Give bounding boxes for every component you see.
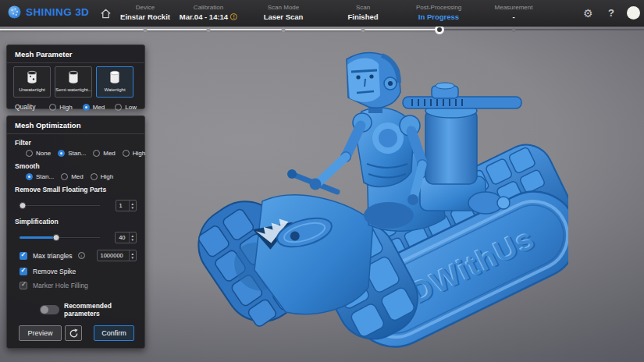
radio-circle [115, 104, 122, 111]
refresh-button[interactable] [65, 325, 82, 341]
remove-spike-checkbox[interactable] [20, 268, 27, 275]
card-semi-watertight[interactable]: Semi-watertight... [55, 66, 92, 98]
remove-spike-label: Remove Spike [33, 268, 76, 275]
model-3d: 3DWithUs 3DWithUs 3DWithUs [194, 37, 568, 359]
radio-label: Stan... [36, 173, 54, 180]
radio-quality-high[interactable]: High [49, 104, 72, 111]
radio-circle [26, 173, 33, 180]
brand-name: SHINING 3D [26, 6, 89, 18]
remove-small-floating-parts-spinner[interactable]: 1 ▲ ▼ [116, 200, 137, 211]
card-watertight[interactable]: Watertight [96, 66, 133, 98]
step-measurement[interactable]: Measurement - [495, 3, 533, 22]
remove-spike-row: Remove Spike [7, 263, 144, 277]
slider-knob[interactable] [52, 234, 59, 241]
step-device[interactable]: Device Einstar Rockit [120, 3, 170, 22]
spinner-value[interactable]: 40 [116, 232, 128, 243]
max-triangles-checkbox[interactable] [20, 252, 27, 260]
info-icon[interactable]: i [78, 252, 85, 259]
mesh-parameter-title: Mesh Parameter [7, 45, 144, 62]
filter-label: Filter [7, 134, 144, 148]
mesh-optimization-title: Mesh Optimization [7, 116, 144, 133]
radio-circle [26, 150, 33, 157]
step-scan-mode-value: Laser Scan [264, 12, 304, 22]
remove-small-floating-parts-slider[interactable] [20, 202, 101, 209]
panel-action-buttons: Preview Confirm [7, 325, 144, 341]
radio-smooth-med[interactable]: Med [61, 173, 84, 180]
radio-circle [93, 150, 100, 157]
top-navigation-bar: SHINING 3D Device Einstar Rockit Calibra… [0, 0, 644, 27]
quality-row: Quality High Med Low [7, 100, 144, 111]
step-scan-mode[interactable]: Scan Mode Laser Scan [264, 3, 304, 22]
radio-filter-none[interactable]: None [26, 150, 51, 157]
arrow-down-icon[interactable]: ▼ [131, 256, 134, 260]
question-mark-icon: ? [608, 7, 614, 19]
arrow-down-icon[interactable]: ▼ [131, 238, 134, 242]
smooth-options: Stan... Med High [7, 172, 144, 181]
cylinder-holes-icon [25, 69, 39, 86]
spinner-arrows[interactable]: ▲ ▼ [129, 232, 136, 243]
filter-options: None Stan... Med High [7, 148, 144, 158]
settings-button[interactable]: ⚙ [583, 6, 593, 20]
max-triangles-row: Max triangles i 1000000 ▲ ▼ [7, 245, 144, 263]
home-button[interactable] [98, 6, 112, 20]
radio-filter-high[interactable]: High [123, 150, 145, 157]
app-window: 3DWithUs 3DWithUs 3DWithUs [0, 0, 644, 362]
spinner-arrows[interactable]: ▲ ▼ [129, 201, 136, 211]
progress-dot-measurement [512, 28, 516, 32]
radio-label: High [101, 173, 113, 180]
arrow-down-icon[interactable]: ▼ [131, 206, 134, 210]
shining3d-globe-icon [8, 5, 21, 19]
card-unwatertight[interactable]: Unwatertight [13, 66, 51, 98]
radio-label: Med [103, 150, 116, 157]
progress-dot-scan-mode [282, 28, 286, 32]
simplification-spinner[interactable]: 40 ▲ ▼ [115, 232, 137, 243]
spinner-value[interactable]: 1 [116, 201, 129, 211]
radio-circle [91, 173, 98, 180]
recommended-parameters-toggle[interactable] [40, 305, 59, 314]
radio-label: High [133, 150, 145, 157]
slider-track [20, 204, 101, 207]
card-label: Unwatertight [19, 87, 45, 92]
refresh-icon [69, 328, 79, 339]
marker-hole-filling-row: Marker Hole Filling [7, 277, 144, 291]
progress-done-segment [0, 29, 439, 30]
scanned-model-graphic: 3DWithUs 3DWithUs 3DWithUs [194, 37, 568, 359]
radio-quality-low[interactable]: Low [115, 104, 137, 111]
step-calibration-label: Calibration [180, 3, 237, 12]
step-measurement-label: Measurement [495, 3, 533, 12]
radio-label: Med [71, 173, 84, 180]
brand-logo: SHINING 3D [8, 5, 89, 19]
spinner-value[interactable]: 1000000 [98, 250, 129, 261]
home-icon [100, 8, 112, 20]
mesh-type-options: Unwatertight Semi-watertight... Watertig… [7, 63, 144, 100]
simplification-label: Simplification [7, 213, 144, 227]
confirm-button[interactable]: Confirm [94, 325, 134, 341]
spinner-arrows[interactable]: ▲ ▼ [129, 250, 136, 261]
radio-label: Low [125, 104, 137, 111]
radio-circle [49, 104, 56, 111]
remove-small-floating-parts-row: 1 ▲ ▼ [7, 195, 144, 213]
cylinder-open-icon [66, 69, 80, 86]
account-avatar[interactable] [627, 6, 640, 20]
step-post-processing-label: Post-Processing [416, 3, 461, 12]
radio-label: None [36, 150, 51, 157]
recommended-parameters-row: Recommended parameters [7, 291, 144, 321]
radio-quality-med[interactable]: Med [83, 104, 105, 111]
step-scan[interactable]: Scan Finished [347, 3, 378, 22]
marker-hole-filling-label: Marker Hole Filling [33, 282, 88, 289]
slider-knob[interactable] [20, 202, 27, 209]
step-calibration[interactable]: Calibration Mar.04 - 14:14! [180, 3, 237, 22]
progress-dot-calibration [207, 28, 211, 32]
radio-smooth-high[interactable]: High [91, 173, 113, 180]
simplification-slider[interactable] [20, 234, 101, 241]
max-triangles-spinner[interactable]: 1000000 ▲ ▼ [97, 250, 137, 261]
preview-button[interactable]: Preview [19, 325, 62, 341]
radio-filter-med[interactable]: Med [93, 150, 116, 157]
radio-label: High [59, 104, 72, 111]
radio-filter-standard[interactable]: Stan... [58, 150, 86, 157]
step-post-processing[interactable]: Post-Processing In Progress [416, 3, 461, 22]
cylinder-solid-icon [108, 69, 122, 86]
step-device-value: Einstar Rockit [120, 12, 170, 22]
radio-smooth-standard[interactable]: Stan... [26, 173, 54, 180]
help-button[interactable]: ? [608, 6, 614, 20]
